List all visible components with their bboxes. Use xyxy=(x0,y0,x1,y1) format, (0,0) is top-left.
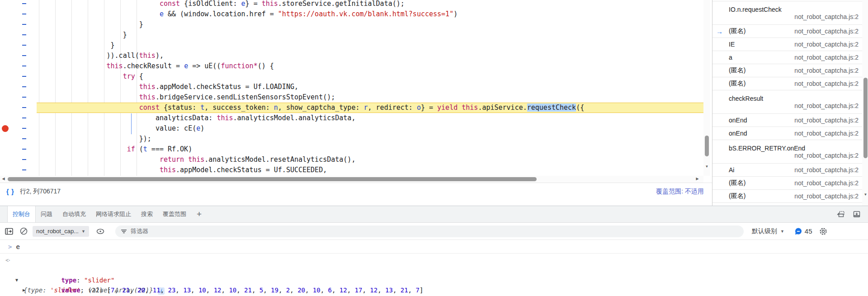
line-gutter-mark[interactable] xyxy=(22,14,26,14)
code-line[interactable]: this.appModel.checkStatus = Uf.LOADING, xyxy=(0,82,703,92)
call-stack-frame[interactable]: anot_robot_captcha.js:2 xyxy=(712,51,868,64)
console-sidebar-icon[interactable] xyxy=(5,227,14,235)
frame-file-location: not_robot_captcha.js:2 xyxy=(729,13,859,20)
gear-icon[interactable] xyxy=(819,227,828,236)
frame-function-name: checkResult xyxy=(729,95,763,102)
line-gutter-mark[interactable] xyxy=(22,24,26,25)
code-line[interactable]: analyticsData: this.analyticsModel.analy… xyxy=(0,113,703,123)
drawer-tab-网络请求阻止[interactable]: 网络请求阻止 xyxy=(91,206,136,222)
line-gutter-mark[interactable] xyxy=(22,76,26,77)
log-level-selector[interactable]: 默认级别 ▼ xyxy=(752,227,784,235)
live-expression-eye-icon[interactable] xyxy=(95,228,105,235)
line-gutter-mark[interactable] xyxy=(22,117,26,118)
call-stack-frame[interactable]: →(匿名)not_robot_captcha.js:2 xyxy=(712,25,868,38)
code-token: try xyxy=(123,72,135,80)
frame-function-name: (匿名) xyxy=(729,179,745,187)
object-preview-row[interactable]: <· ▼ {type: 'slider', value: Array(22)}i xyxy=(0,255,868,265)
console-filter-input[interactable]: 筛选器 xyxy=(115,226,744,237)
line-gutter-mark[interactable] xyxy=(22,149,26,150)
call-stack-frame[interactable]: Ainot_robot_captcha.js:2 xyxy=(712,164,868,177)
scroll-down-arrow-icon[interactable]: ▼ xyxy=(703,164,710,170)
code-token: }); xyxy=(139,135,151,143)
line-gutter-mark[interactable] xyxy=(22,159,26,160)
clear-console-icon[interactable] xyxy=(19,227,28,235)
console-history-entry[interactable]: > e xyxy=(0,240,868,254)
call-stack-frame[interactable]: onEndnot_robot_captcha.js:2 xyxy=(712,114,868,127)
code-token: } = xyxy=(245,0,262,8)
javascript-context-selector[interactable]: not_robot_cap... ▼ xyxy=(33,226,89,237)
line-gutter-mark[interactable] xyxy=(22,138,26,139)
cursor-position-label: 行2, 列706717 xyxy=(20,188,61,196)
editor-horizontal-scrollbar[interactable]: ◀ ▶ xyxy=(0,176,703,183)
scrollbar-thumb[interactable] xyxy=(8,177,537,181)
code-token: e xyxy=(241,0,245,8)
scroll-down-arrow-icon[interactable]: ▼ xyxy=(862,192,868,198)
code-token: ({ xyxy=(576,103,584,112)
object-property-row[interactable]: type: "slider" xyxy=(0,265,868,275)
code-token: , show_captcha_type: xyxy=(278,103,364,112)
call-stack-frame[interactable]: (匿名)not_robot_captcha.js:2 xyxy=(712,77,868,90)
code-token: function* xyxy=(221,62,257,70)
code-line[interactable]: }); xyxy=(0,134,703,144)
code-line[interactable]: } xyxy=(0,40,703,51)
code-line[interactable]: const {isOldClient: e} = this.storeServi… xyxy=(0,0,703,9)
coverage-status-link[interactable]: 覆盖范围: 不适用 xyxy=(656,188,704,196)
call-stack-scrollbar[interactable]: ▼ xyxy=(862,0,868,206)
call-stack-frame[interactable]: bS.ERROR_RETRY.onEndnot_robot_captcha.js… xyxy=(712,140,868,164)
line-gutter-mark[interactable] xyxy=(22,66,26,66)
line-gutter-mark[interactable] xyxy=(22,45,26,46)
code-token: e xyxy=(196,124,200,132)
drawer-tab-覆盖范围[interactable]: 覆盖范围 xyxy=(158,206,191,222)
console-drawer: 控制台问题自动填充网络请求阻止搜索覆盖范围+ xyxy=(0,206,868,296)
drawer-tab-搜索[interactable]: 搜索 xyxy=(136,206,158,222)
code-line[interactable]: const {status: t, success_token: n, show… xyxy=(0,103,703,113)
code-line[interactable]: this.bridgeService.sendListenSensorsStop… xyxy=(0,92,703,103)
scrollbar-thumb[interactable] xyxy=(863,78,868,158)
line-gutter-mark[interactable] xyxy=(22,34,26,35)
call-stack-frame[interactable]: IEnot_robot_captcha.js:2 xyxy=(712,38,868,51)
editor-vertical-scrollbar[interactable]: ▼ xyxy=(703,0,710,176)
console-input-text: e xyxy=(16,243,19,250)
code-line[interactable]: )).call(this), xyxy=(0,51,703,61)
code-line[interactable]: if (t === Rf.OK) xyxy=(0,144,703,155)
code-token: this xyxy=(107,62,123,70)
line-gutter-mark[interactable] xyxy=(22,97,26,98)
restore-drawer-icon[interactable] xyxy=(836,210,845,218)
line-gutter-mark[interactable] xyxy=(22,55,26,56)
collapse-drawer-icon[interactable] xyxy=(853,210,861,218)
code-line[interactable]: this.checkResult = e => uE((function*() … xyxy=(0,61,703,71)
pretty-print-icon[interactable]: { } xyxy=(6,188,14,195)
scroll-left-arrow-icon[interactable]: ◀ xyxy=(0,176,7,182)
drawer-tab-控制台[interactable]: 控制台 xyxy=(7,206,36,222)
breakpoint-dot[interactable] xyxy=(2,125,9,132)
line-gutter-mark[interactable] xyxy=(22,169,26,170)
code-line[interactable]: try { xyxy=(0,71,703,82)
call-stack-frame[interactable]: (匿名)not_robot_captcha.js:2 xyxy=(712,177,868,190)
code-line[interactable]: } xyxy=(0,30,703,40)
code-line[interactable]: e && (window.location.href = "https://oa… xyxy=(0,9,703,19)
frame-function-name: (匿名) xyxy=(729,192,745,200)
call-stack-frame[interactable]: (匿名)not_robot_captcha.js:2 xyxy=(712,64,868,77)
scrollbar-thumb[interactable] xyxy=(705,136,709,156)
scroll-right-arrow-icon[interactable]: ▶ xyxy=(694,176,701,182)
filter-placeholder: 筛选器 xyxy=(131,227,148,235)
call-stack-frame[interactable]: onEndnot_robot_captcha.js:2 xyxy=(712,127,868,140)
console-message-count[interactable]: 45 xyxy=(794,227,812,235)
code-line[interactable]: return this.analyticsModel.resetAnalytic… xyxy=(0,155,703,165)
line-gutter-mark[interactable] xyxy=(22,86,26,87)
line-gutter-mark[interactable] xyxy=(22,107,26,108)
drawer-tab-自动填充[interactable]: 自动填充 xyxy=(57,206,91,222)
call-stack-frame[interactable]: checkResultnot_robot_captcha.js:2 xyxy=(712,90,868,114)
call-stack-frame[interactable]: (匿名)not_robot_captcha.js:2 xyxy=(712,190,868,203)
code-area[interactable]: const {isOldClient: e} = this.storeServi… xyxy=(0,0,703,176)
line-gutter-mark[interactable] xyxy=(22,128,26,129)
call-stack-frame[interactable]: IO.n.requestChecknot_robot_captcha.js:2 xyxy=(712,1,868,25)
more-tools-button[interactable]: + xyxy=(191,206,207,222)
object-property-row[interactable]: ▶value: (22) [7, 21, 20, 11, 23, 13, 10,… xyxy=(0,275,868,285)
drawer-tab-问题[interactable]: 问题 xyxy=(36,206,57,222)
code-line[interactable]: value: cE(e) xyxy=(0,123,703,134)
code-line[interactable]: } xyxy=(0,19,703,30)
object-property-row[interactable]: ▶[[Prototype]]: Object xyxy=(0,285,868,295)
line-gutter-mark[interactable] xyxy=(22,3,26,4)
code-line[interactable]: this.appModel.checkStatus = Uf.SUCCEEDED… xyxy=(0,165,703,175)
